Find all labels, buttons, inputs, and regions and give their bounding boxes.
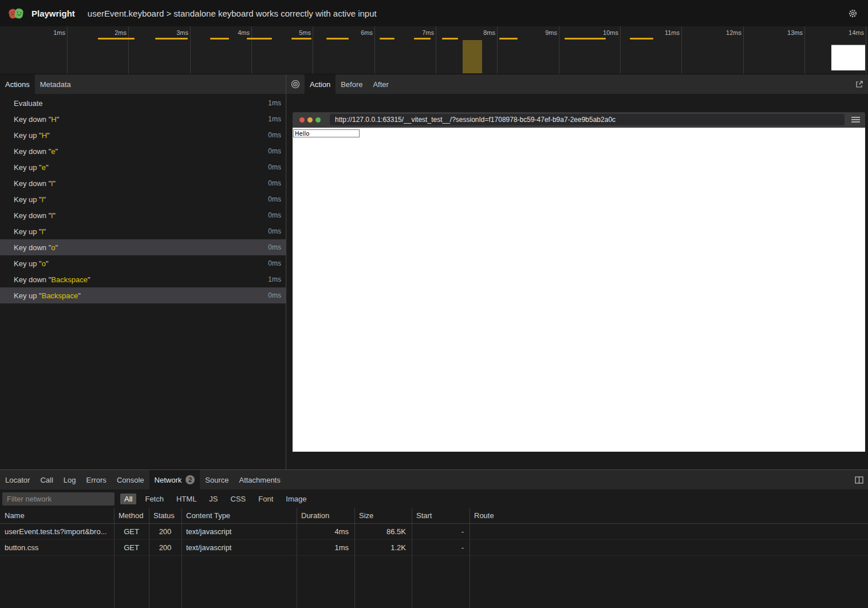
action-list-item[interactable]: Key down "o" 0ms <box>0 239 286 255</box>
action-duration: 1ms <box>268 115 281 123</box>
details-tab[interactable]: Source <box>200 470 234 489</box>
network-type-filter-chip[interactable]: JS <box>205 493 222 504</box>
actions-panel-tab[interactable]: Metadata <box>35 74 76 94</box>
timeline-time-label: 3ms <box>176 29 188 36</box>
column-header-method: Method <box>114 508 149 523</box>
network-request-row[interactable]: userEvent.test.ts?import&bro... GET 200 … <box>0 524 868 540</box>
action-list-item[interactable]: Key up "e" 0ms <box>0 159 286 175</box>
action-list-item[interactable]: Key up "o" 0ms <box>0 255 286 271</box>
action-key-close-quote: " <box>44 227 46 236</box>
action-list-item[interactable]: Evaluate 1ms <box>0 95 286 111</box>
network-type-filter-chip[interactable]: Fetch <box>141 493 168 504</box>
details-tab[interactable]: Locator <box>0 470 35 489</box>
browser-menu-button <box>851 116 860 123</box>
network-type-filter-chip[interactable]: All <box>120 493 136 504</box>
cell-route <box>469 540 868 555</box>
timeline-selection-bar[interactable] <box>463 40 482 73</box>
timeline-gridline <box>743 26 744 74</box>
timeline-time-label: 6ms <box>361 29 373 36</box>
action-duration: 1ms <box>268 99 281 107</box>
action-key-value: H <box>51 115 56 124</box>
tab-label: Network <box>155 476 182 484</box>
timeline-action-tick <box>499 38 518 40</box>
timeline-gridline <box>559 26 559 74</box>
chip-label: HTML <box>176 495 196 503</box>
action-key-value: e <box>51 147 55 156</box>
network-type-filter-chip[interactable]: CSS <box>227 493 250 504</box>
details-tab[interactable]: Console <box>112 470 149 489</box>
action-title: Key up <box>14 291 39 300</box>
timeline-action-tick <box>414 38 431 40</box>
chip-label: JS <box>209 495 218 503</box>
details-tab[interactable]: Errors <box>81 470 111 489</box>
main-split: Actions Metadata Evaluate 1ms Key down "… <box>0 74 868 469</box>
network-table: Name Method Status Content Type Duration… <box>0 508 868 608</box>
action-duration: 1ms <box>268 275 281 283</box>
snapshot-page <box>293 128 865 452</box>
chip-label: All <box>124 495 132 503</box>
snapshot-text-input[interactable] <box>293 129 360 137</box>
action-duration: 0ms <box>268 291 281 299</box>
timeline-gridline <box>436 26 436 74</box>
action-list-item[interactable]: Key up "H" 0ms <box>0 127 286 143</box>
cell-size: 86.5K <box>354 524 412 539</box>
settings-button[interactable] <box>846 6 860 21</box>
action-duration: 0ms <box>268 147 281 155</box>
test-case-title: userEvent.keyboard > standalone keyboard… <box>88 9 377 18</box>
action-duration: 0ms <box>268 179 281 187</box>
network-filter-input[interactable] <box>2 492 115 506</box>
network-type-filters: All Fetch HTML JS CSS Fon <box>120 493 310 504</box>
action-list-item[interactable]: Key up "l" 0ms <box>0 191 286 207</box>
action-title: Key down <box>14 147 49 156</box>
action-list-item[interactable]: Key down "e" 0ms <box>0 143 286 159</box>
pick-locator-button[interactable] <box>286 74 305 94</box>
action-list: Evaluate 1ms Key down "H" 1ms Key up "H"… <box>0 94 286 303</box>
action-list-item[interactable]: Key up "l" 0ms <box>0 223 286 239</box>
toggle-layout-button[interactable] <box>850 470 868 489</box>
actions-panel-tabbar: Actions Metadata <box>0 74 286 94</box>
timeline-time-label: 14ms <box>849 29 864 36</box>
timeline-action-tick <box>380 38 394 40</box>
network-type-filter-chip[interactable]: Image <box>282 493 310 504</box>
action-key-value: H <box>42 131 47 140</box>
timeline-strip[interactable]: 1ms 2ms 3ms 4ms 5ms <box>0 26 868 74</box>
timeline-action-tick <box>210 38 229 40</box>
action-key-close-quote: " <box>44 195 46 204</box>
action-key-close-quote: " <box>46 259 49 268</box>
timeline-action-tick <box>155 38 188 40</box>
action-list-item[interactable]: Key down "l" 0ms <box>0 175 286 191</box>
details-tab[interactable]: Attachments <box>234 470 285 489</box>
action-list-item[interactable]: Key down "H" 1ms <box>0 111 286 127</box>
details-tabs: Locator Call Log Errors <box>0 470 286 489</box>
tab-label: Log <box>64 476 76 484</box>
gear-icon <box>848 9 858 18</box>
timeline-time-label: 5ms <box>299 29 311 36</box>
network-table-body: userEvent.test.ts?import&bro... GET 200 … <box>0 524 868 556</box>
snapshot-tab[interactable]: Action <box>305 74 336 94</box>
tab-label: Source <box>205 476 228 484</box>
action-list-item[interactable]: Key down "l" 0ms <box>0 207 286 223</box>
cell-size: 1.2K <box>354 540 412 555</box>
details-tab[interactable]: Log <box>58 470 81 489</box>
tab-label: After <box>373 80 388 89</box>
action-duration: 0ms <box>268 211 281 219</box>
action-list-item[interactable]: Key down "Backspace" 1ms <box>0 271 286 287</box>
network-request-row[interactable]: button.css GET 200 text/javascript 1ms 1… <box>0 540 868 556</box>
timeline-time-label: 8ms <box>483 29 495 36</box>
network-type-filter-chip[interactable]: HTML <box>172 493 200 504</box>
timeline-time-label: 13ms <box>787 29 803 36</box>
snapshot-tab[interactable]: After <box>368 74 393 94</box>
action-list-item[interactable]: Key up "Backspace" 0ms <box>0 287 286 303</box>
cell-duration: 4ms <box>297 524 354 539</box>
snapshot-tab[interactable]: Before <box>336 74 368 94</box>
action-key-value: Backspace <box>42 291 78 300</box>
network-type-filter-chip[interactable]: Font <box>254 493 277 504</box>
network-filter-row: All Fetch HTML JS CSS Fon <box>0 489 868 508</box>
tab-label: Attachments <box>239 476 280 484</box>
actions-panel-tab[interactable]: Actions <box>0 74 35 94</box>
details-tab[interactable]: Call <box>35 470 58 489</box>
open-snapshot-button[interactable] <box>850 74 868 94</box>
details-tab[interactable]: Network 2 <box>149 470 200 489</box>
snapshot-tabbar: Action Before After <box>286 74 868 94</box>
external-link-icon <box>855 80 863 89</box>
